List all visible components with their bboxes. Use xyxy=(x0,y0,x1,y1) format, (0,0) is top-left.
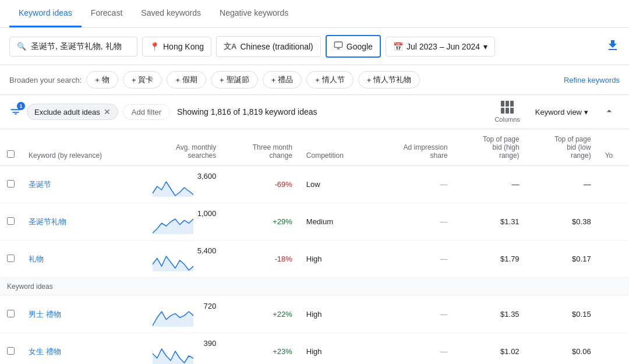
keyword-link[interactable]: 女生 禮物 xyxy=(29,347,61,356)
calendar-icon: 📅 xyxy=(393,42,403,51)
broaden-search-bar: Broaden your search: +物 +賀卡 +假期 +聖誕節 +禮品… xyxy=(0,65,629,95)
broaden-tag-3[interactable]: +聖誕節 xyxy=(211,71,258,89)
tab-negative-keywords[interactable]: Negative keywords xyxy=(210,0,298,27)
yo-cell xyxy=(598,333,629,365)
three-month-value: +29% xyxy=(273,217,292,226)
competition-cell: High xyxy=(299,241,372,278)
avg-searches-cell: 1,000 xyxy=(146,203,223,241)
row-checkbox[interactable] xyxy=(7,180,15,188)
select-all-checkbox[interactable] xyxy=(7,150,15,158)
bid-low-cell: $0.15 xyxy=(526,296,598,333)
broaden-tag-6[interactable]: +情人节礼物 xyxy=(358,71,420,89)
avg-searches-cell: 390 xyxy=(146,333,223,365)
location-chip[interactable]: 📍 Hong Kong xyxy=(142,37,211,56)
location-label: Hong Kong xyxy=(163,42,204,51)
keyword-search-input[interactable] xyxy=(31,42,130,51)
keyword-cell: 圣诞节 xyxy=(22,166,146,203)
download-button[interactable] xyxy=(606,38,620,54)
competition-cell: High xyxy=(299,296,372,333)
col-header-avg-searches: Avg. monthlysearches xyxy=(146,129,223,166)
keyword-link[interactable]: 圣诞节 xyxy=(29,180,51,189)
tab-keyword-ideas[interactable]: Keyword ideas xyxy=(9,0,82,27)
toolbar: 🔍 📍 Hong Kong 文A Chinese (traditional) G… xyxy=(0,28,629,65)
ad-impression-cell: — xyxy=(372,333,455,365)
keyword-link[interactable]: 圣诞节礼物 xyxy=(29,217,66,226)
row-checkbox-cell[interactable] xyxy=(0,333,22,365)
network-label: Google xyxy=(347,42,373,51)
col-header-ad-impression: Ad impressionshare xyxy=(372,129,455,166)
plus-icon: + xyxy=(175,76,180,84)
col-header-keyword: Keyword (by relevance) xyxy=(22,129,146,166)
filter-icon[interactable]: 1 xyxy=(9,105,22,119)
bid-low-cell: — xyxy=(526,166,598,203)
date-range-chip[interactable]: 📅 Jul 2023 – Jun 2024 ▾ xyxy=(386,37,495,56)
row-checkbox[interactable] xyxy=(7,310,15,317)
exclude-adult-chip[interactable]: Exclude adult ideas ✕ xyxy=(27,104,118,120)
filter-bar: 1 Exclude adult ideas ✕ Add filter Showi… xyxy=(0,95,629,129)
table-header-row: Keyword (by relevance) Avg. monthlysearc… xyxy=(0,129,629,166)
language-chip[interactable]: 文A Chinese (traditional) xyxy=(216,36,321,57)
remove-filter-icon[interactable]: ✕ xyxy=(104,107,111,116)
broaden-tag-1[interactable]: +賀卡 xyxy=(123,71,162,89)
row-checkbox-cell[interactable] xyxy=(0,166,22,203)
keyword-view-label: Keyword view xyxy=(535,108,582,116)
keyword-link[interactable]: 礼物 xyxy=(29,255,44,263)
broaden-tag-5[interactable]: +情人节 xyxy=(306,71,354,89)
broaden-tag-0[interactable]: +物 xyxy=(86,71,118,89)
refine-keywords-button[interactable]: Refine keywords xyxy=(564,76,620,84)
broaden-tag-2[interactable]: +假期 xyxy=(167,71,206,89)
yo-cell xyxy=(598,241,629,278)
three-month-cell: +22% xyxy=(223,296,299,333)
language-icon: 文A xyxy=(224,41,236,52)
keyword-search-box[interactable]: 🔍 xyxy=(9,37,137,56)
keywords-table: Keyword (by relevance) Avg. monthlysearc… xyxy=(0,129,629,364)
broaden-label: Broaden your search: xyxy=(9,76,82,84)
bid-low-cell: $0.06 xyxy=(526,333,598,365)
keyword-link[interactable]: 男士 禮物 xyxy=(29,310,61,319)
col-header-competition: Competition xyxy=(299,129,372,166)
three-month-cell: +29% xyxy=(223,203,299,241)
broaden-tag-4[interactable]: +禮品 xyxy=(263,71,302,89)
section-header-label: Keyword ideas xyxy=(0,278,629,296)
broaden-tag-label-0: 物 xyxy=(102,75,109,85)
three-month-cell: +23% xyxy=(223,333,299,365)
row-checkbox[interactable] xyxy=(7,217,15,225)
pinned-row: 礼物 5,400 -18% High — $1.79 $0.17 xyxy=(0,241,629,278)
keyword-view-button[interactable]: Keyword view ▾ xyxy=(529,104,594,120)
row-checkbox[interactable] xyxy=(7,347,15,355)
broaden-tag-label-2: 假期 xyxy=(182,75,197,85)
filter-count-badge: 1 xyxy=(17,102,25,110)
select-all-header[interactable] xyxy=(0,129,22,166)
exclude-adult-label: Exclude adult ideas xyxy=(34,108,100,116)
chevron-down-icon: ▾ xyxy=(584,108,588,116)
plus-icon: + xyxy=(132,76,136,84)
idea-row: 男士 禮物 720 +22% High — $1.35 $0.15 xyxy=(0,296,629,333)
bid-high-cell: $1.02 xyxy=(455,333,526,365)
columns-button[interactable]: Columns xyxy=(494,101,520,123)
tab-forecast[interactable]: Forecast xyxy=(82,0,132,27)
row-checkbox[interactable] xyxy=(7,255,15,262)
col-header-yo: Yo xyxy=(598,129,629,166)
bid-low-cell: $0.38 xyxy=(526,203,598,241)
keyword-cell: 圣诞节礼物 xyxy=(22,203,146,241)
three-month-value: -69% xyxy=(274,180,292,189)
row-checkbox-cell[interactable] xyxy=(0,203,22,241)
pinned-row: 圣诞节 3,600 -69% Low — — — xyxy=(0,166,629,203)
col-header-three-month: Three monthchange xyxy=(223,129,299,166)
col-header-bid-low: Top of pagebid (lowrange) xyxy=(526,129,598,166)
columns-label: Columns xyxy=(494,116,520,123)
row-checkbox-cell[interactable] xyxy=(0,296,22,333)
tab-saved-keywords[interactable]: Saved keywords xyxy=(132,0,210,27)
add-filter-button[interactable]: Add filter xyxy=(123,104,170,120)
avg-searches-cell: 720 xyxy=(146,296,223,333)
network-icon xyxy=(334,41,343,52)
yo-cell xyxy=(598,203,629,241)
row-checkbox-cell[interactable] xyxy=(0,241,22,278)
broaden-tag-label-1: 賀卡 xyxy=(138,75,153,85)
collapse-button[interactable] xyxy=(599,103,620,121)
yo-cell xyxy=(598,296,629,333)
bid-high-cell: — xyxy=(455,166,526,203)
plus-icon: + xyxy=(271,76,276,84)
showing-text: Showing 1,816 of 1,819 keyword ideas xyxy=(177,107,317,116)
network-chip[interactable]: Google xyxy=(326,35,381,58)
